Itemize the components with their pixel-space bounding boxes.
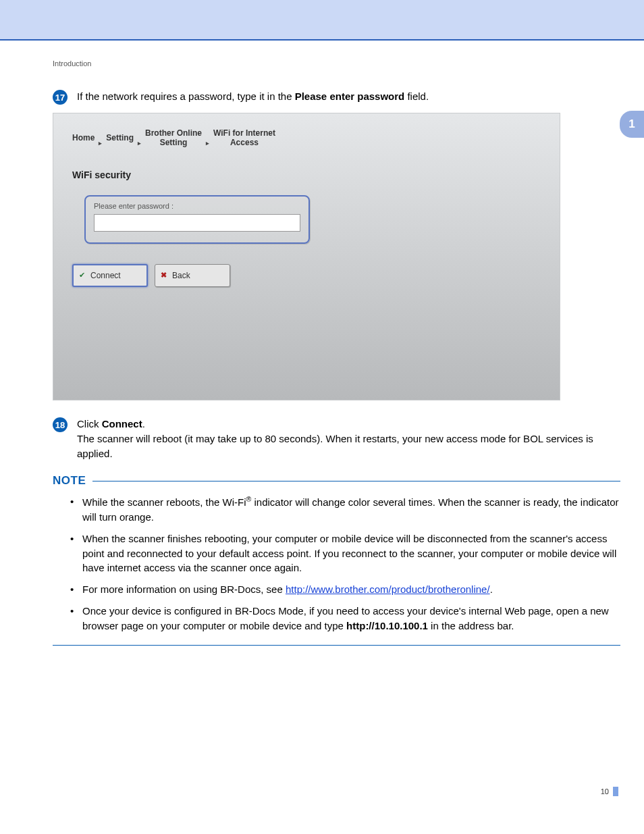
step-17: 17 If the network requires a password, t… <box>53 89 620 105</box>
step-18-text-b: . <box>142 418 145 429</box>
step-18-text-a: Click <box>77 418 102 429</box>
brother-online-link[interactable]: http://www.brother.com/product/brotheron… <box>286 583 490 595</box>
password-label: Please enter password : <box>94 202 300 210</box>
note-rule <box>92 481 620 481</box>
note-text: in the address bar. <box>428 620 514 631</box>
crumb-line: Access <box>213 138 275 147</box>
wifi-security-screenshot: Home ▸ Setting ▸ Brother Online Setting … <box>53 113 560 400</box>
password-group: Please enter password : <box>84 195 310 244</box>
step-number-icon: 18 <box>53 417 68 432</box>
note-text: . <box>490 583 493 595</box>
note-item: For more information on using BR-Docs, s… <box>70 582 620 597</box>
panel-title: WiFi security <box>72 170 541 180</box>
note-title: NOTE <box>53 474 86 488</box>
page-number-text: 10 <box>601 787 609 796</box>
note-item: Once your device is configured in BR-Doc… <box>70 604 620 633</box>
step-17-bold: Please enter password <box>295 90 405 102</box>
note-block: NOTE While the scanner reboots, the Wi-F… <box>53 474 620 646</box>
crumb-brother-online[interactable]: Brother Online Setting <box>145 128 202 148</box>
page-number: 10 <box>601 787 618 796</box>
note-text: For more information on using BR-Docs, s… <box>82 583 286 595</box>
crumb-line: Brother Online <box>145 128 202 138</box>
back-button[interactable]: ✖ Back <box>155 264 230 287</box>
close-icon: ✖ <box>161 271 167 280</box>
connect-button[interactable]: ✔ Connect <box>72 264 148 287</box>
step-17-text-a: If the network requires a password, type… <box>77 90 295 102</box>
step-18-text-c: The scanner will reboot (it may take up … <box>77 433 593 459</box>
breadcrumb: Home ▸ Setting ▸ Brother Online Setting … <box>72 128 541 148</box>
crumb-home[interactable]: Home <box>72 133 95 142</box>
chevron-right-icon: ▸ <box>138 140 141 148</box>
note-text: Once your device is configured in BR-Doc… <box>82 605 609 631</box>
page-accent-icon <box>613 787 618 796</box>
connect-label: Connect <box>90 271 121 280</box>
chevron-right-icon: ▸ <box>206 140 209 148</box>
header-band <box>0 0 644 39</box>
back-label: Back <box>172 271 190 280</box>
step-18: 18 Click Connect. The scanner will reboo… <box>53 417 620 461</box>
note-item: While the scanner reboots, the Wi-Fi® in… <box>70 494 620 525</box>
password-input[interactable] <box>94 214 300 232</box>
note-text: When the scanner finishes rebooting, you… <box>82 533 616 574</box>
crumb-line: WiFi for Internet <box>213 128 275 138</box>
step-17-text-b: field. <box>404 90 429 102</box>
crumb-setting[interactable]: Setting <box>106 133 134 142</box>
crumb-line: Setting <box>145 138 202 147</box>
note-text: While the scanner reboots, the Wi-Fi <box>82 496 246 508</box>
chevron-right-icon: ▸ <box>99 140 102 148</box>
section-label: Introduction <box>53 59 620 68</box>
step-number-icon: 17 <box>53 90 68 105</box>
step-18-bold: Connect <box>102 418 142 429</box>
check-icon: ✔ <box>79 271 85 280</box>
note-rule-end <box>53 645 620 646</box>
note-item: When the scanner finishes rebooting, you… <box>70 531 620 575</box>
note-ip: http://10.10.100.1 <box>346 620 428 631</box>
crumb-wifi-access[interactable]: WiFi for Internet Access <box>213 128 275 148</box>
